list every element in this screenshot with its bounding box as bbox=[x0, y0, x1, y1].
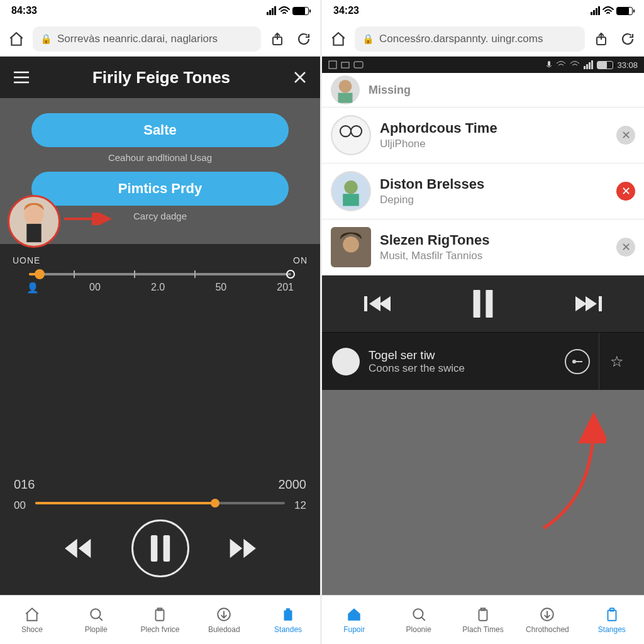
address-bar[interactable]: 🔒 Concesśro.darspannty. uingr.coms bbox=[355, 26, 585, 52]
slider-label-right: ON bbox=[293, 255, 308, 265]
home-icon[interactable] bbox=[328, 29, 348, 49]
track-title: Aphordcous Time bbox=[380, 120, 497, 136]
wifi-icon bbox=[570, 61, 580, 69]
tab-chrothoched[interactable]: Chrothoched bbox=[515, 596, 579, 644]
media-control-bar bbox=[322, 275, 644, 332]
signal-icon bbox=[584, 60, 593, 69]
svg-point-5 bbox=[91, 609, 100, 618]
track-list: Missing Aphordcous TimeUljiPhone ✕ Disto… bbox=[322, 73, 644, 275]
favorite-icon[interactable]: ☆ bbox=[599, 333, 634, 390]
tab-shoce[interactable]: Shoce bbox=[0, 596, 64, 644]
secondary-button[interactable]: Pimtics Prdy bbox=[31, 172, 289, 206]
share-icon[interactable] bbox=[267, 29, 287, 49]
svg-rect-13 bbox=[354, 62, 363, 68]
progress-left: 00 bbox=[14, 499, 26, 512]
music-app-right: 33:08 Missing Aphordcous TimeUljiPhone ✕… bbox=[322, 57, 644, 595]
tab-label: Stanges bbox=[598, 625, 626, 634]
right-screenshot: 34:23 🔒 Concesśro.darspannty. uingr.coms bbox=[322, 0, 644, 644]
svg-rect-28 bbox=[599, 296, 602, 311]
track-thumbnail bbox=[331, 171, 371, 211]
forward-button[interactable] bbox=[225, 535, 257, 562]
track-title: Slezen RigTones bbox=[380, 232, 489, 248]
tab-plopile[interactable]: Plopile bbox=[64, 596, 128, 644]
address-bar[interactable]: 🔒 Sorrevàs neanric.darai, naglariors bbox=[33, 26, 261, 52]
svg-rect-14 bbox=[548, 61, 550, 66]
signal-icon bbox=[267, 6, 276, 15]
android-status-bar: 33:08 bbox=[322, 57, 644, 73]
home-icon[interactable] bbox=[6, 29, 26, 49]
track-thumbnail bbox=[331, 115, 371, 155]
svg-point-24 bbox=[343, 236, 359, 253]
speed-slider[interactable] bbox=[29, 273, 291, 275]
pause-button[interactable] bbox=[470, 290, 496, 318]
share-icon[interactable] bbox=[591, 29, 611, 49]
playback-progress[interactable] bbox=[35, 502, 285, 504]
svg-rect-6 bbox=[156, 609, 164, 620]
cast-icon bbox=[353, 61, 364, 69]
svg-rect-9 bbox=[286, 608, 291, 611]
android-time: 33:08 bbox=[617, 60, 638, 70]
tab-ploonie[interactable]: Ploonie bbox=[386, 596, 450, 644]
tick-b: 2.0 bbox=[151, 282, 165, 294]
svg-rect-8 bbox=[284, 610, 292, 620]
time-end: 2000 bbox=[279, 477, 307, 492]
progress-right: 12 bbox=[294, 499, 306, 512]
skip-forward-button[interactable] bbox=[574, 292, 604, 315]
menu-icon[interactable] bbox=[13, 70, 30, 84]
dismiss-icon[interactable]: ✕ bbox=[616, 182, 635, 201]
primary-button[interactable]: Salte bbox=[31, 113, 289, 147]
dismiss-icon[interactable]: ✕ bbox=[616, 238, 635, 257]
nfc-icon bbox=[328, 60, 337, 69]
reload-icon[interactable] bbox=[294, 29, 314, 49]
status-time: 84:33 bbox=[11, 5, 37, 16]
tab-label: Ploonie bbox=[406, 625, 431, 634]
ios-status-bar: 34:23 bbox=[322, 0, 644, 21]
screenshot-icon bbox=[341, 60, 350, 69]
tab-plach[interactable]: Plach Times bbox=[451, 596, 515, 644]
avatar[interactable] bbox=[8, 195, 60, 248]
subtext-1: Ceahour andltional Usag bbox=[31, 152, 289, 163]
now-playing-action-icon[interactable] bbox=[565, 349, 590, 374]
list-item[interactable]: Slezen RigTonesMusit, Masfilr Tannios ✕ bbox=[322, 219, 644, 275]
svg-point-29 bbox=[573, 360, 575, 363]
signal-icon bbox=[591, 6, 600, 15]
tab-stanges[interactable]: Stanges bbox=[580, 596, 644, 644]
svg-rect-16 bbox=[338, 93, 353, 103]
wifi-icon bbox=[602, 6, 614, 15]
page-title: Firily Feige Tones bbox=[92, 68, 230, 87]
slider-label-left: UONE bbox=[13, 255, 40, 265]
list-item[interactable]: Diston BrelssesDeping ✕ bbox=[322, 164, 644, 219]
bottom-tab-bar: Fupoir Ploonie Plach Times Chrothoched S… bbox=[322, 595, 644, 644]
ios-status-bar: 84:33 bbox=[0, 0, 320, 21]
list-item[interactable]: Missing bbox=[322, 73, 644, 108]
tick-a: 00 bbox=[89, 282, 101, 294]
lock-icon: 🔒 bbox=[362, 33, 374, 45]
svg-rect-27 bbox=[486, 290, 492, 318]
tab-plech[interactable]: Plech fvrice bbox=[128, 596, 192, 644]
dismiss-icon[interactable]: ✕ bbox=[616, 126, 635, 145]
tab-buledoad[interactable]: Buledoad bbox=[192, 596, 256, 644]
svg-rect-4 bbox=[163, 535, 170, 562]
now-playing-bar[interactable]: Togel ser tiw Coons ser the swice ☆ bbox=[322, 332, 644, 390]
tab-label: Plach Times bbox=[462, 625, 503, 634]
tab-fupoir[interactable]: Fupoir bbox=[322, 596, 386, 644]
status-time: 34:23 bbox=[333, 5, 359, 16]
svg-rect-26 bbox=[474, 290, 480, 318]
bottom-tab-bar: Shoce Plopile Plech fvrice Buledoad Stan… bbox=[0, 595, 320, 644]
tick-c: 50 bbox=[215, 282, 226, 294]
list-item[interactable]: Aphordcous TimeUljiPhone ✕ bbox=[322, 108, 644, 164]
svg-rect-22 bbox=[343, 194, 359, 206]
track-subtitle: Musit, Masfilr Tannios bbox=[380, 250, 489, 262]
tab-label: Plopile bbox=[85, 625, 108, 634]
lock-icon: 🔒 bbox=[40, 33, 52, 45]
reload-icon[interactable] bbox=[618, 29, 638, 49]
tab-standes[interactable]: Standes bbox=[256, 596, 320, 644]
track-subtitle: Deping bbox=[380, 194, 484, 206]
track-thumbnail bbox=[331, 75, 360, 104]
url-text: Sorrevàs neanric.darai, naglariors bbox=[57, 33, 218, 45]
close-icon[interactable] bbox=[292, 70, 308, 85]
skip-back-button[interactable] bbox=[362, 292, 392, 315]
rewind-button[interactable] bbox=[64, 535, 96, 562]
play-pause-button[interactable] bbox=[131, 519, 189, 577]
now-playing-title: Togel ser tiw bbox=[369, 348, 465, 362]
